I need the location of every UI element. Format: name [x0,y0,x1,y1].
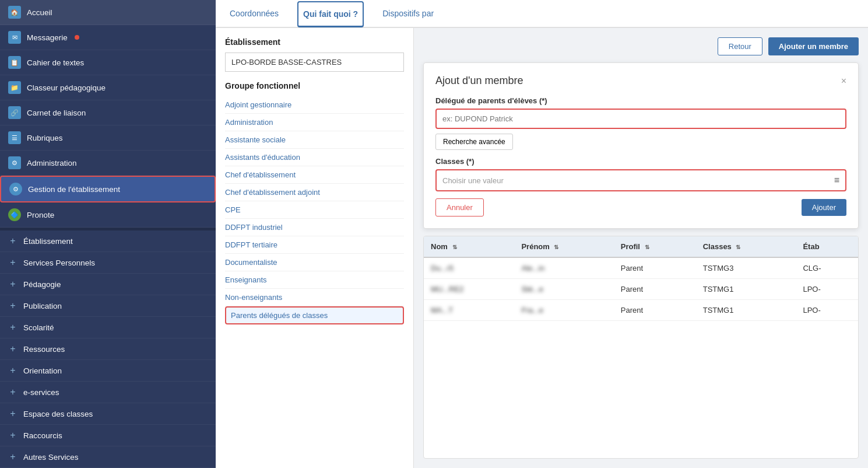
retour-button[interactable]: Retour [718,37,762,55]
classes-placeholder: Choisir une valeur [442,176,504,185]
sidebar-section-services[interactable]: + Services Personnels [0,252,216,274]
modal-footer: Annuler Ajouter [435,198,846,216]
sidebar-section-raccourcis[interactable]: + Raccourcis [0,425,216,446]
table-body: Du...r5 Ale...in Parent TSTMG3 CLG- MU..… [424,257,858,321]
sidebar-section-autres[interactable]: + Autres Services [0,446,216,468]
cell-nom-0: Du...r5 [424,257,514,279]
col-classes[interactable]: Classes ⇅ [696,236,796,257]
cell-prenom-1: Sté...e [514,279,613,300]
main-content: Coordonnées Qui fait quoi ? Dispositifs … [216,0,868,468]
col-etab[interactable]: Étab [796,236,858,257]
groupe-item-adjoint[interactable]: Adjoint gestionnaire [225,96,404,114]
groupe-item-documentaliste[interactable]: Documentaliste [225,254,404,271]
sidebar-section-publication[interactable]: + Publication [0,295,216,317]
groupe-item-chef-adjoint[interactable]: Chef d'établissement adjoint [225,184,404,201]
sidebar-label-accueil: Accueil [27,8,52,17]
plus-icon-orientation: + [8,366,17,375]
sidebar-label-services: Services Personnels [23,259,95,267]
tabs-bar: Coordonnées Qui fait quoi ? Dispositifs … [216,0,868,28]
plus-icon-etablissement: + [8,236,17,246]
classes-select[interactable]: Choisir une valeur ≡ [435,169,846,191]
sidebar-section-etablissement[interactable]: + Établissement [0,230,216,252]
groupe-item-enseignants[interactable]: Enseignants [225,271,404,289]
groupe-item-assistants[interactable]: Assistants d'éducation [225,149,404,166]
sidebar-label-espace: Espace des classes [23,410,93,418]
sidebar-item-carnet[interactable]: 🔗 Carnet de liaison [0,100,216,125]
notification-badge [75,35,79,40]
sort-prenom-icon: ⇅ [554,244,558,250]
col-profil[interactable]: Profil ⇅ [614,236,696,257]
sort-profil-icon: ⇅ [645,244,649,250]
cell-etab-1: LPO- [796,279,858,300]
table-row: MA...T Fra...e Parent TSTMG1 LPO- [424,300,858,321]
classes-dropdown-icon: ≡ [834,175,839,186]
sidebar-label-pronote: Pronote [27,211,54,219]
recherche-avancee-button[interactable]: Recherche avancée [435,134,513,150]
sidebar-section-orientation[interactable]: + Orientation [0,360,216,382]
cell-prenom-2: Fra...e [514,300,613,321]
groupe-item-parents[interactable]: Parents délégués de classes [225,306,404,324]
sidebar-label-cahier: Cahier de textes [27,58,84,67]
sidebar-item-accueil[interactable]: 🏠 Accueil [0,0,216,25]
groupe-item-ddfpt-ind[interactable]: DDFPT industriel [225,219,404,236]
plus-icon-scolarite: + [8,323,17,332]
etablissement-value: LPO-BORDE BASSE-CASTRES [225,53,404,72]
cell-etab-2: LPO- [796,300,858,321]
sidebar-item-pronote[interactable]: 🔷 Pronote [0,202,216,228]
col-prenom[interactable]: Prénom ⇅ [514,236,613,257]
groupe-title: Groupe fonctionnel [225,81,404,90]
sidebar-item-cahier-textes[interactable]: 📋 Cahier de textes [0,50,216,75]
cell-classes-0: TSTMG3 [696,257,796,279]
plus-icon-espace: + [8,409,17,418]
modal-close-icon[interactable]: × [841,76,846,86]
ajouter-membre-button[interactable]: Ajouter un membre [768,37,859,55]
sidebar-label-etablissement: Établissement [23,237,73,246]
cell-classes-1: TSTMG1 [696,279,796,300]
tab-qui-fait-quoi[interactable]: Qui fait quoi ? [297,1,364,27]
administration-icon: ⚙ [8,156,21,169]
rubriques-icon: ☰ [8,131,21,144]
sidebar-section-scolarite[interactable]: + Scolarité [0,317,216,338]
sidebar-item-messagerie[interactable]: ✉ Messagerie [0,25,216,50]
sidebar-label-eservices: e-services [23,388,59,397]
sidebar-label-pedagogie: Pédagogie [23,280,61,289]
ajouter-button[interactable]: Ajouter [802,199,846,216]
sidebar-item-administration[interactable]: ⚙ Administration [0,151,216,176]
gestion-icon: ⚙ [9,183,22,195]
cell-classes-2: TSTMG1 [696,300,796,321]
sidebar-item-gestion[interactable]: ⚙ Gestion de l'établissement [0,176,216,202]
delegue-input[interactable] [435,109,846,129]
sidebar-label-carnet: Carnet de liaison [27,109,86,117]
groupe-item-administration[interactable]: Administration [225,114,404,131]
groupe-item-assistante[interactable]: Assistante sociale [225,131,404,149]
etablissement-title: Établissement [225,37,404,47]
left-panel: Établissement LPO-BORDE BASSE-CASTRES Gr… [216,28,414,468]
plus-icon-eservices: + [8,387,17,397]
tab-coordonnees[interactable]: Coordonnées [225,2,283,27]
content-area: Établissement LPO-BORDE BASSE-CASTRES Gr… [216,28,868,468]
groupe-item-non-enseignants[interactable]: Non-enseignants [225,289,404,306]
data-table-container: Nom ⇅ Prénom ⇅ Profil ⇅ [423,236,859,459]
col-nom[interactable]: Nom ⇅ [424,236,514,257]
sidebar-section-espace-classes[interactable]: + Espace des classes [0,403,216,425]
groupe-item-chef[interactable]: Chef d'établissement [225,166,404,184]
modal-title: Ajout d'un membre [435,75,523,87]
classes-label: Classes (*) [435,157,846,166]
carnet-icon: 🔗 [8,106,21,119]
tab-dispositifs[interactable]: Dispositifs par [378,2,438,27]
groupe-item-cpe[interactable]: CPE [225,201,404,219]
sidebar-section-pedagogie[interactable]: + Pédagogie [0,274,216,295]
sort-classes-icon: ⇅ [736,244,740,250]
groupe-item-ddfpt-ter[interactable]: DDFPT tertiaire [225,236,404,254]
plus-icon-publication: + [8,301,17,310]
plus-icon-autres: + [8,452,17,462]
modal-panel: Ajout d'un membre × Délégué de parents d… [423,62,859,229]
sidebar-section-ressources[interactable]: + Ressources [0,338,216,360]
sidebar-item-rubriques[interactable]: ☰ Rubriques [0,125,216,151]
sidebar-section-eservices[interactable]: + e-services [0,382,216,403]
annuler-button[interactable]: Annuler [435,198,484,216]
sidebar-label-scolarite: Scolarité [23,323,54,332]
sidebar-item-classeur[interactable]: 📁 Classeur pédagogique [0,75,216,100]
sidebar-label-rubriques: Rubriques [27,134,63,142]
sidebar: 🏠 Accueil ✉ Messagerie 📋 Cahier de texte… [0,0,216,468]
